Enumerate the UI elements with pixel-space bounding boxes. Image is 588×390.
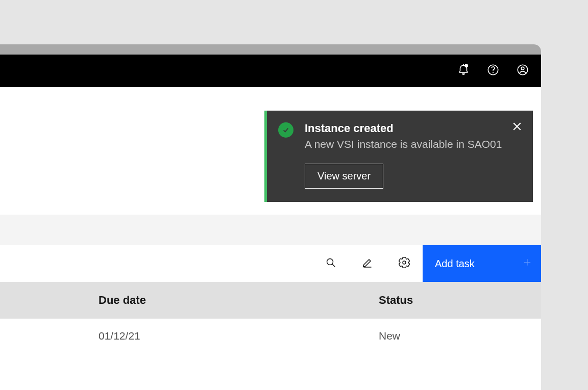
cell-due-date: 01/12/21 — [0, 330, 379, 342]
cell-status: New — [379, 330, 541, 342]
close-icon — [512, 124, 522, 133]
svg-point-5 — [327, 259, 333, 265]
plus-icon — [523, 258, 532, 270]
checkmark-filled-icon — [278, 122, 293, 138]
settings-button[interactable] — [386, 245, 423, 282]
header-due-date: Due date — [0, 294, 379, 307]
edit-button[interactable] — [349, 245, 386, 282]
gear-icon — [398, 256, 410, 271]
svg-point-2 — [493, 72, 494, 73]
application-window: Add task Due date Status 01/12/21 New — [0, 44, 541, 390]
svg-line-6 — [332, 264, 335, 267]
bell-icon — [457, 63, 470, 79]
notification-message: A new VSI instance is available in SAO01 — [305, 137, 522, 151]
notification-title: Instance created — [305, 122, 522, 135]
table-header-row: Due date Status — [0, 282, 541, 319]
window-titlebar — [0, 44, 541, 55]
user-icon — [516, 63, 529, 79]
help-button[interactable] — [485, 63, 501, 79]
table-row[interactable]: 01/12/21 New — [0, 319, 541, 353]
add-task-label: Add task — [435, 258, 475, 270]
edit-icon — [361, 256, 374, 271]
svg-point-8 — [403, 261, 406, 264]
toast-notification: Instance created A new VSI instance is a… — [264, 111, 533, 202]
notifications-button[interactable] — [455, 63, 472, 79]
notification-action-button[interactable]: View server — [305, 164, 383, 189]
user-account-button[interactable] — [514, 63, 531, 79]
subheader-region — [0, 215, 541, 245]
top-navigation-bar — [0, 55, 541, 87]
search-icon — [325, 256, 337, 271]
search-button[interactable] — [312, 245, 349, 282]
svg-point-4 — [521, 67, 524, 70]
header-status: Status — [379, 294, 541, 307]
svg-point-0 — [465, 64, 468, 67]
add-task-button[interactable]: Add task — [423, 245, 541, 282]
help-icon — [486, 63, 500, 79]
notification-close-button[interactable] — [512, 122, 522, 133]
table-toolbar: Add task — [0, 245, 541, 282]
